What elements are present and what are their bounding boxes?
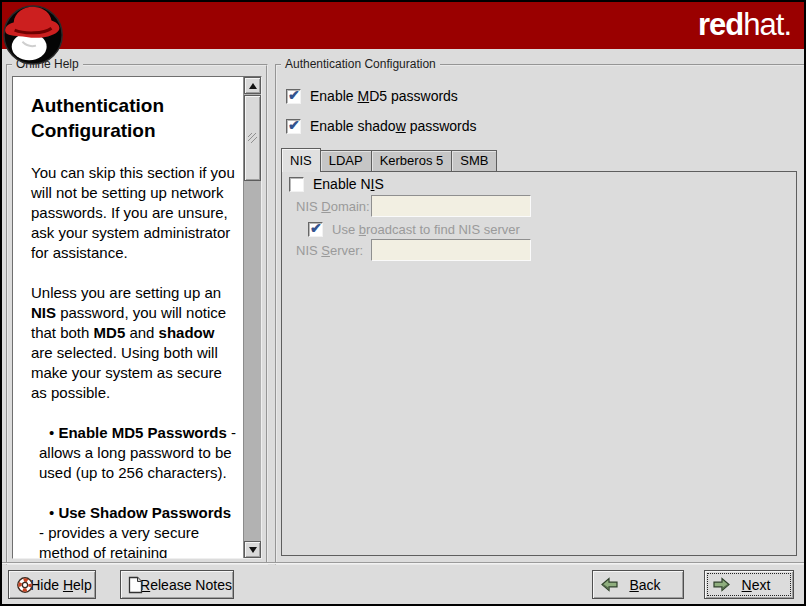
redhat-shadowman-icon bbox=[3, 3, 67, 67]
back-label: Back bbox=[629, 577, 660, 593]
hide-help-button[interactable]: Hide Help bbox=[8, 570, 96, 599]
installer-window: redhat. Online Help Authentication Confi… bbox=[0, 0, 806, 606]
wordmark-dot: . bbox=[783, 7, 791, 42]
tab-kerberos5[interactable]: Kerberos 5 bbox=[372, 150, 453, 171]
scroll-up-button[interactable] bbox=[244, 77, 261, 94]
release-notes-button[interactable]: Release Notes bbox=[120, 570, 234, 599]
md5-checkbox[interactable] bbox=[286, 89, 301, 104]
back-button[interactable]: Back bbox=[592, 570, 684, 599]
wordmark-red: red bbox=[698, 7, 743, 42]
nis-server-label: NIS Server: bbox=[296, 243, 363, 258]
auth-config-frame-label: Authentication Configuration bbox=[281, 57, 440, 71]
enable-md5-row[interactable]: Enable MD5 passwords bbox=[286, 88, 458, 104]
document-icon bbox=[128, 576, 143, 594]
release-notes-label: Release Notes bbox=[140, 577, 232, 593]
tab-smb[interactable]: SMB bbox=[452, 150, 497, 171]
next-label: Next bbox=[742, 577, 771, 593]
shadow-checkbox[interactable] bbox=[286, 119, 301, 134]
down-triangle-icon bbox=[249, 547, 257, 557]
thumb-grip-icon bbox=[247, 132, 258, 145]
help-title: Authentication Configuration bbox=[31, 93, 239, 143]
help-body: Authentication Configuration You can ski… bbox=[13, 77, 243, 558]
help-scrollbar[interactable] bbox=[243, 77, 261, 558]
scrollbar-thumb[interactable] bbox=[244, 95, 261, 181]
online-help-frame: Online Help Authentication Configuration… bbox=[6, 64, 268, 565]
tab-nis[interactable]: NIS bbox=[281, 148, 321, 172]
enable-shadow-row[interactable]: Enable shadow passwords bbox=[286, 118, 477, 134]
help-paragraphs: You can skip this section if you will no… bbox=[25, 163, 239, 558]
nis-tab-panel: Enable NIS NIS Domain: Use broadcast to … bbox=[281, 171, 797, 556]
help-paragraph: • Enable MD5 Passwords - allows a long p… bbox=[31, 423, 239, 483]
auth-tab-bar: NIS LDAP Kerberos 5 SMB bbox=[281, 148, 497, 172]
redhat-wordmark: redhat. bbox=[698, 7, 791, 43]
nis-domain-label: NIS Domain: bbox=[296, 199, 370, 214]
hide-help-label: Hide Help bbox=[30, 577, 92, 593]
enable-nis-checkbox[interactable] bbox=[289, 177, 304, 192]
title-bar bbox=[2, 2, 804, 49]
enable-nis-label: Enable NIS bbox=[313, 176, 384, 192]
help-paragraph: Unless you are setting up an NIS passwor… bbox=[31, 283, 239, 403]
broadcast-checkbox bbox=[308, 222, 323, 237]
broadcast-label: Use broadcast to find NIS server bbox=[332, 222, 520, 237]
back-arrow-icon bbox=[600, 577, 619, 592]
tab-ldap[interactable]: LDAP bbox=[321, 150, 372, 171]
next-button[interactable]: Next bbox=[704, 570, 794, 599]
nis-server-input bbox=[371, 239, 531, 261]
scroll-down-button[interactable] bbox=[244, 541, 261, 558]
wordmark-hat: hat bbox=[743, 7, 783, 42]
nis-domain-input bbox=[371, 195, 531, 217]
md5-checkbox-label: Enable MD5 passwords bbox=[310, 88, 458, 104]
broadcast-row: Use broadcast to find NIS server bbox=[308, 222, 520, 237]
auth-config-frame: Authentication Configuration Enable MD5 … bbox=[275, 64, 806, 565]
footer-separator bbox=[2, 562, 804, 564]
help-viewport: Authentication Configuration You can ski… bbox=[12, 76, 262, 559]
lifebuoy-icon bbox=[16, 576, 34, 594]
next-arrow-icon bbox=[712, 577, 731, 592]
help-paragraph: You can skip this section if you will no… bbox=[31, 163, 239, 263]
enable-nis-row[interactable]: Enable NIS bbox=[289, 176, 384, 192]
shadow-checkbox-label: Enable shadow passwords bbox=[310, 118, 477, 134]
up-triangle-icon bbox=[249, 79, 257, 89]
help-paragraph: • Use Shadow Passwords - provides a very… bbox=[31, 503, 239, 558]
